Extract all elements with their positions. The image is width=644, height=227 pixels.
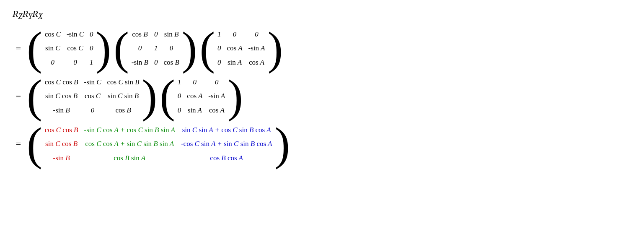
bracket-right: )	[228, 73, 243, 119]
eq-sign-2: =	[13, 138, 24, 149]
matrix: ( cos C cos B-sin Ccos C sin Bsin C cos …	[27, 73, 157, 119]
equation-row-2: = ( cos C cos B-sin C cos A + cos C sin …	[13, 121, 631, 167]
eq-sign-0: =	[13, 43, 24, 54]
matrix-grid: 1000cos A-sin A0sin Acos A	[216, 25, 266, 71]
matrix: ( cos C-sin C0sin Ccos C0001 )	[27, 25, 111, 71]
matrix: ( cos B0sin B010-sin B0cos B )	[114, 25, 197, 71]
matrix-grid: cos B0sin B010-sin B0cos B	[130, 25, 181, 71]
equation-row-0: = ( cos C-sin C0sin Ccos C0001 ) ( cos B…	[13, 25, 631, 71]
bracket-left: (	[160, 73, 175, 119]
matrix-grid: 1000cos A-sin A0sin Acos A	[176, 73, 227, 119]
math-container: RZRYRX = ( cos C-sin C0sin Ccos C0001 ) …	[13, 8, 631, 167]
equation-row-1: = ( cos C cos B-sin Ccos C sin Bsin C co…	[13, 73, 631, 119]
matrix: ( 1000cos A-sin A0sin Acos A )	[199, 25, 283, 71]
matrix-grid: cos C-sin C0sin Ccos C0001	[43, 25, 95, 71]
page-title: RZRYRX	[13, 8, 631, 21]
bracket-right: )	[267, 25, 283, 71]
bracket-right: )	[142, 73, 158, 119]
bracket-right: )	[182, 25, 197, 71]
matrix: ( 1000cos A-sin A0sin Acos A )	[160, 73, 243, 119]
matrix-grid: cos C cos B-sin Ccos C sin Bsin C cos Bc…	[43, 73, 141, 119]
equation-block: = ( cos C-sin C0sin Ccos C0001 ) ( cos B…	[13, 25, 631, 167]
bracket-left: (	[27, 25, 42, 71]
bracket-left: (	[199, 25, 215, 71]
bracket-left: (	[114, 25, 129, 71]
eq-sign-1: =	[13, 91, 24, 102]
bracket-left: (	[27, 121, 42, 167]
matrix: ( cos C cos B-sin C cos A + cos C sin B …	[27, 121, 290, 167]
bracket-left: (	[27, 73, 42, 119]
bracket-right: )	[96, 25, 111, 71]
matrix-grid: cos C cos B-sin C cos A + cos C sin B si…	[43, 121, 274, 167]
bracket-right: )	[274, 121, 290, 167]
